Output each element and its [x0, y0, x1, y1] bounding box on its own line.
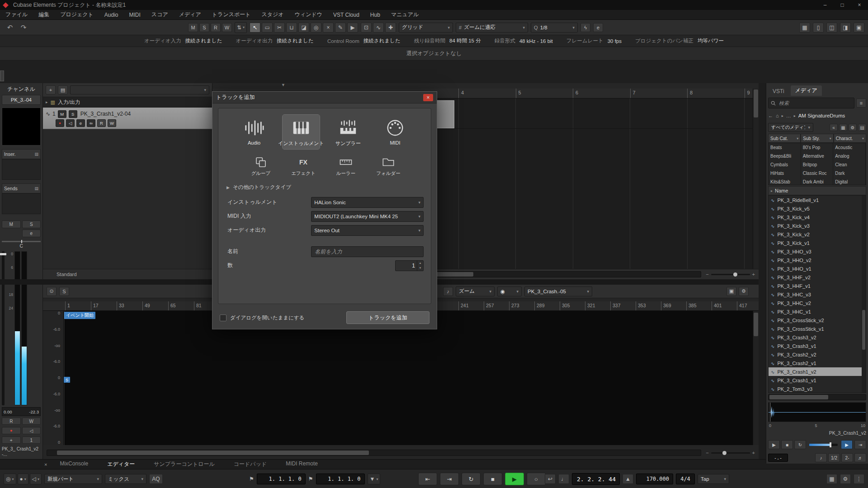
menu-item[interactable]: VST Cloud — [333, 12, 359, 18]
erase-tool[interactable]: ◪ — [298, 23, 309, 33]
track-record-enable-button[interactable]: ● — [56, 119, 64, 127]
filter-item[interactable]: Kits&Stab — [769, 178, 801, 185]
track-type-folder[interactable]: フォルダー — [374, 155, 403, 177]
automation-button[interactable]: W — [222, 23, 232, 32]
use-track-preset-button[interactable]: ▤ — [58, 85, 68, 94]
media-file-row[interactable]: PK_3_Crash2_v1 — [769, 359, 866, 367]
gear-icon[interactable]: ⚙ — [849, 124, 857, 131]
lower-zone-tab[interactable]: MIDI Remote — [286, 460, 318, 468]
menu-item[interactable]: トランスポート — [212, 11, 251, 19]
snap-icon[interactable]: ✚ — [385, 23, 396, 33]
snap-zero-crossing-icon[interactable]: ∿ — [373, 23, 384, 33]
beat-note-button[interactable]: ♪ — [815, 453, 827, 462]
preview-cycle-button[interactable]: ↻ — [794, 440, 806, 449]
count-decrement-icon[interactable]: ▼ — [417, 266, 423, 271]
track-type-effect[interactable]: FX エフェクト — [289, 155, 318, 177]
peak-level-value[interactable]: -22.3 — [29, 409, 39, 414]
editor-zoom-slider[interactable]: − + — [706, 450, 755, 455]
back-icon[interactable]: ← — [768, 113, 773, 118]
fader-value[interactable]: 0.00 — [4, 409, 12, 414]
search-input[interactable] — [778, 100, 852, 106]
new-part-dropdown[interactable]: 新規パート — [44, 474, 102, 484]
more-track-types-toggle[interactable]: ▶ その他のトラックタイプ — [226, 184, 424, 191]
play-tool[interactable]: ▶ — [347, 23, 358, 33]
record-button[interactable]: ○ — [527, 473, 546, 485]
glue-tool[interactable]: ⊔ — [286, 23, 297, 33]
left-locator-display[interactable]: 1. 1. 1. 0 — [257, 474, 306, 484]
zoom-in-icon[interactable]: + — [752, 450, 755, 455]
filter-item[interactable]: Cymbals — [769, 160, 801, 169]
left-locator-icon[interactable]: ⚑ — [249, 476, 254, 482]
mute-tool[interactable]: × — [323, 23, 334, 33]
time-signature-display[interactable]: 4/4 — [676, 474, 695, 484]
filter-item[interactable]: 80's Pop — [801, 143, 833, 152]
draw-tool[interactable]: ✎ — [335, 23, 346, 33]
status-item[interactable]: プロジェクトのパン補正 均等パワー — [635, 38, 724, 44]
media-file-row[interactable]: PK_3_Kick_v1 — [769, 239, 866, 247]
menu-item[interactable]: 編集 — [38, 11, 49, 19]
step-button[interactable]: ⇥ — [854, 440, 866, 449]
status-item[interactable]: オーディオ入力 接続されました — [144, 38, 222, 44]
media-file-row[interactable]: PK_3_Kick_v5 — [769, 204, 866, 213]
divider-handle[interactable] — [0, 70, 4, 81]
record-modes-icon[interactable]: ● — [18, 474, 28, 484]
name-column-header[interactable]: Name — [775, 188, 788, 193]
beat-half-button[interactable]: 1/2 — [828, 453, 840, 462]
record-enable-button[interactable]: ● — [2, 427, 21, 434]
menu-item[interactable]: Hub — [370, 12, 380, 18]
grid-type-dropdown[interactable]: グリッド — [399, 23, 453, 33]
automation-button[interactable]: S — [199, 23, 209, 32]
dialog-close-button[interactable]: × — [423, 94, 433, 101]
track-read-button[interactable]: R — [97, 119, 106, 127]
split-tool[interactable]: ✂ — [274, 23, 285, 33]
track-name[interactable]: PK_3_Crash1_v2-04 — [80, 111, 131, 117]
filter-item[interactable]: Alternative — [801, 152, 833, 160]
midi-keyboard-icon[interactable]: ▦ — [826, 474, 837, 484]
filter-item[interactable]: Beats — [769, 143, 801, 152]
status-item[interactable]: 残り録音時間 84 時間 15 分 — [414, 38, 481, 44]
close-lower-zone-icon[interactable]: × — [44, 462, 47, 467]
menu-item[interactable]: プロジェクト — [60, 11, 94, 19]
mix-mode-dropdown[interactable]: ミックス — [105, 474, 146, 484]
cycle-button[interactable]: ↻ — [462, 473, 481, 485]
autoplay-button[interactable]: ▶ — [841, 440, 853, 449]
object-selection-tool[interactable]: ↖ — [250, 23, 260, 33]
track-visibility-dropdown[interactable] — [70, 85, 209, 94]
view-options-dropdown[interactable]: ◉ — [497, 286, 522, 296]
autoscroll-dropdown[interactable]: ⇅ — [235, 22, 247, 33]
breadcrumb-current[interactable]: AM SignatureDrums — [798, 113, 845, 118]
right-locator-icon[interactable]: ⚑ — [308, 476, 313, 482]
preview-volume-slider[interactable] — [809, 444, 838, 446]
lower-zone-tab[interactable]: MixConsole — [60, 460, 88, 468]
track-row[interactable]: ∿ 1 M S PK_3_Crash1_v2-04 ● ◁ e ∞ R W — [43, 108, 212, 129]
media-file-row[interactable]: PK_3_HHO_v3 — [769, 247, 866, 256]
preview-stop-button[interactable]: ■ — [781, 440, 793, 449]
redo-button[interactable]: ↷ — [18, 23, 29, 33]
rewind-filter-icon[interactable]: « — [830, 124, 838, 131]
locator-filter-dropdown[interactable]: ▼ — [368, 474, 381, 484]
inspector-toggle-icon[interactable]: ▯ — [813, 23, 824, 33]
window-split-handle[interactable]: ▼ — [281, 83, 285, 87]
editor-solo-button[interactable]: S — [59, 287, 69, 296]
channel-solo-button[interactable]: S — [22, 221, 41, 228]
lower-zone-tab[interactable]: エディター — [107, 460, 135, 468]
filter-item[interactable]: Acoustic — [833, 143, 865, 152]
track-type-audio[interactable]: Audio — [236, 115, 273, 149]
menu-item[interactable]: MIDI — [129, 12, 141, 18]
editor-vertical-scrollbar[interactable] — [753, 311, 759, 445]
media-file-row[interactable]: PK_3_HHO_v2 — [769, 256, 866, 264]
sends-rack-icon[interactable]: ▤ — [34, 186, 38, 191]
media-file-row[interactable]: PK_3_Crash1_v1 — [769, 376, 866, 385]
metronome-icon[interactable]: ▲ — [623, 474, 633, 484]
more-icon[interactable]: ⋮ — [854, 474, 864, 484]
filter-column-header[interactable]: Sub Cat. — [768, 134, 801, 143]
stop-button[interactable]: ■ — [483, 473, 502, 485]
media-file-row[interactable]: PK_3_CrossStick_v2 — [769, 316, 866, 324]
minimize-button[interactable]: – — [816, 0, 834, 10]
open-in-window-icon[interactable]: ▣ — [726, 287, 736, 296]
panel-icon[interactable]: ▤ — [858, 124, 866, 131]
punch-in-icon[interactable]: ↩ — [545, 474, 556, 484]
sort-icon[interactable]: ▸ — [771, 189, 773, 193]
beat-bars-button[interactable]: 2- — [841, 453, 853, 462]
results-menu-icon[interactable]: ≡ — [856, 99, 866, 108]
